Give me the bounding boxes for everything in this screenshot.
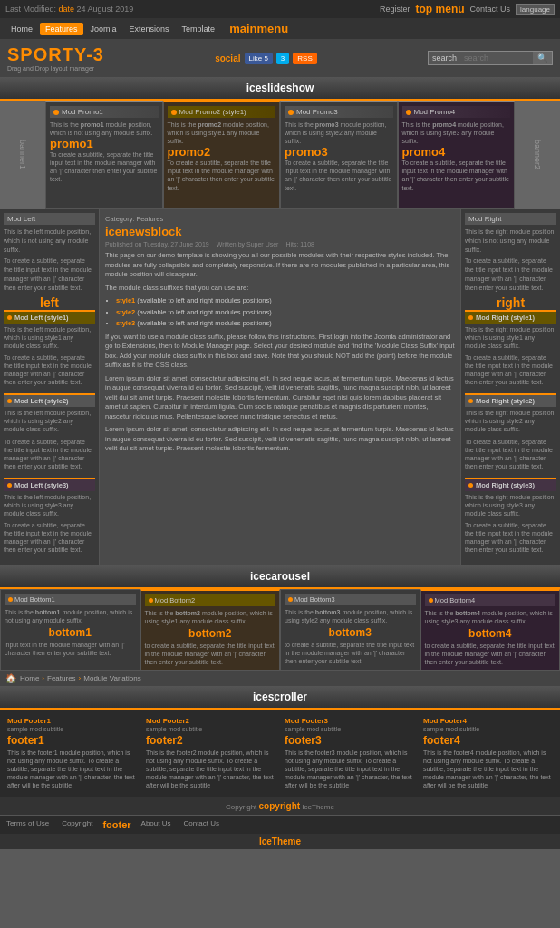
promo2-header: Mod Promo2 (style1) (168, 106, 276, 118)
article-lorem2: Lorem ipsum dolor sit amet, consectetur … (105, 425, 455, 454)
nav-home[interactable]: Home (5, 23, 38, 35)
copyright-company: IceTheme (302, 803, 334, 811)
footer3-title: Mod Footer3 (285, 717, 414, 725)
main-column: Category: Features icenewsblock Publishe… (100, 209, 460, 566)
promo4-sub: To create a subtitle, separate the title… (402, 159, 511, 191)
nav-features[interactable]: Features (40, 23, 83, 35)
footer2-title: Mod Footer2 (146, 717, 275, 725)
footer2-subtitle: sample mod subtitle (146, 726, 275, 732)
right-col-text: This is the right module position, which… (465, 227, 556, 254)
rss-button[interactable]: RSS (293, 53, 316, 64)
bottom-module-4: Mod Bottom4 This is the bottom4 module p… (420, 589, 561, 671)
footer4-text: This is the footer4 module position, whi… (423, 749, 553, 789)
last-modified-label: Last Modified: (5, 5, 56, 14)
right-style1-dot (468, 315, 473, 320)
promo3-big-label: promo3 (285, 145, 393, 159)
left-style1-header: Mod Left (style1) (4, 312, 95, 324)
breadcrumb-sep-1: › (42, 674, 44, 682)
search-input[interactable] (460, 52, 533, 64)
search-button[interactable]: 🔍 (533, 52, 552, 64)
right-style3-sub: To create a subtitle, separate the title… (465, 519, 556, 556)
twitter-button[interactable]: 3 (276, 53, 289, 64)
contact-link[interactable]: Contact Us (470, 5, 511, 14)
right-style1-header: Mod Right (style1) (465, 312, 556, 324)
nav-template[interactable]: Template (177, 23, 221, 35)
scroller-breadcrumb-bar: 🏠 Home › Features › Module Variations (0, 671, 560, 686)
footer-terms-link[interactable]: Terms of Use (6, 819, 49, 830)
bottom2-title: Mod Bottom2 (155, 596, 196, 604)
language-button[interactable]: language (516, 4, 555, 15)
bottom-module-3: Mod Bottom3 This is the bottom3 module p… (280, 589, 420, 671)
promo2-big-label: promo2 (168, 145, 276, 159)
nav-bar: Home Features Joomla Extensions Template… (0, 18, 560, 39)
date-label: date (59, 5, 75, 14)
footer1-title: Mod Footer1 (7, 717, 137, 725)
article-title: icenewsblock (105, 225, 455, 238)
footer-module-4: Mod Footer4 sample mod subtitle footer4 … (420, 713, 556, 793)
left-style1-dot (7, 315, 12, 320)
right-style3-module: Mod Right (style3) This is the right mod… (465, 478, 556, 556)
bottom1-header: Mod Bottom1 (5, 594, 136, 605)
copyright-text: Copyright (226, 803, 256, 811)
breadcrumb: Home › Features › Module Variations (20, 674, 141, 682)
article-category: Category: Features (105, 215, 455, 223)
footer-contact-link[interactable]: Contact Us (183, 819, 219, 830)
left-style2-title: Mod Left (style2) (14, 397, 69, 405)
bottom3-dot (288, 597, 293, 602)
bottom3-text: This is the bottom3 module position, whi… (285, 608, 416, 624)
right-style1-sub: To create a subtitle, separate the title… (465, 352, 556, 388)
left-big-label: left (4, 295, 95, 310)
bottom4-header: Mod Bottom4 (425, 594, 556, 606)
facebook-like-button[interactable]: Like 5 (245, 53, 273, 64)
copyright-label: copyright (259, 801, 301, 811)
site-title: SPORTY-3 (7, 44, 104, 65)
search-box: search 🔍 (428, 51, 553, 65)
bottom4-sub: to create a subtitle, separate the title… (425, 642, 556, 666)
footer-module-2: Mod Footer2 sample mod subtitle footer2 … (142, 713, 279, 793)
right-style2-text: This is the right module position, which… (465, 407, 556, 435)
footer-module-3: Mod Footer3 sample mod subtitle footer3 … (281, 713, 418, 793)
main-menu-label: mainmenu (229, 22, 288, 35)
article-body: This page on our demo template is showin… (105, 251, 455, 454)
bottom3-title: Mod Bottom3 (294, 595, 335, 604)
bottom1-text: This is the bottom1 module position, whi… (5, 608, 136, 624)
bottom2-dot (149, 598, 153, 603)
slideshow-section-title: iceslideshow (0, 77, 560, 101)
list-item-2: style2 (available to left and right modu… (116, 308, 455, 318)
promo1-big-label: promo1 (50, 137, 159, 150)
copyright-bar: Copyright copyright IceTheme (0, 797, 560, 816)
footer-nav: Terms of Use Copyright footer About Us C… (0, 816, 560, 834)
promo1-dot (53, 110, 59, 115)
right-column: Mod Right This is the right module posit… (460, 209, 560, 566)
left-style2-text: This is the left module position, which … (4, 407, 95, 435)
breadcrumb-home[interactable]: Home (20, 674, 39, 682)
nav-joomla[interactable]: Joomla (85, 23, 122, 35)
bottom1-big-label: bottom1 (5, 626, 136, 639)
banner2: banner2 (515, 101, 560, 209)
left-style1-title: Mod Left (style1) (14, 314, 69, 322)
left-col-sub: To create a subtitle, separate the title… (4, 256, 95, 292)
right-style2-title: Mod Right (style2) (476, 397, 535, 405)
promo3-title: Mod Promo3 (296, 108, 338, 116)
right-style1-text: This is the right module position, which… (465, 324, 556, 352)
promo4-dot (406, 110, 411, 115)
left-style2-sub: To create a subtitle, separate the title… (4, 436, 95, 472)
right-col-sub: To create a subtitle, separate the title… (465, 256, 556, 292)
article-list: style1 (available to left and right modu… (116, 296, 455, 329)
footer-about-link[interactable]: About Us (141, 819, 171, 830)
breadcrumb-features[interactable]: Features (47, 674, 76, 682)
three-col-layout: Mod Left This is the left module positio… (0, 209, 560, 566)
right-style3-dot (468, 483, 473, 488)
site-tagline: Drag and Drop layout manager (7, 65, 104, 72)
register-link[interactable]: Register (380, 5, 410, 14)
footer4-big-label: footer4 (423, 734, 553, 747)
footer-modules-row: Mod Footer1 sample mod subtitle footer1 … (0, 710, 560, 797)
right-style2-header: Mod Right (style2) (465, 395, 556, 407)
top-menu-label: top menu (416, 3, 465, 15)
left-style1-sub: To create a subtitle, separate the title… (4, 352, 95, 388)
footer1-text: This is the footer1 module position, whi… (7, 749, 137, 789)
bottom-module-2: Mod Bottom2 This is the bottom2 module p… (140, 589, 281, 671)
left-style3-dot (7, 483, 12, 488)
footer-copyright-link[interactable]: Copyright (62, 819, 92, 830)
nav-extensions[interactable]: Extensions (124, 23, 175, 35)
